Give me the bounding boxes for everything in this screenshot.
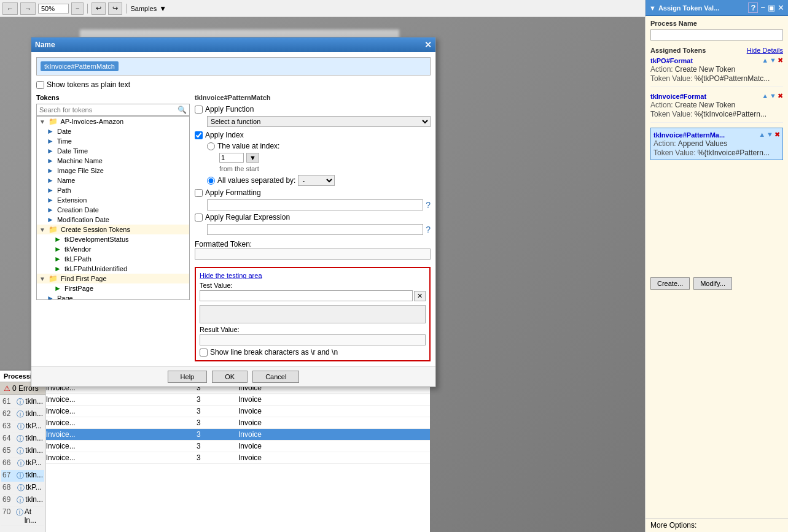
- tree-item-page[interactable]: ► Page: [37, 293, 189, 300]
- value-at-index-radio[interactable]: [207, 142, 215, 150]
- token-search-input[interactable]: [39, 106, 177, 114]
- tree-item-tkdev[interactable]: ► tkDevelopmentStatus: [37, 234, 189, 244]
- proc-num-69: 69: [2, 495, 15, 506]
- index-value-input[interactable]: 1: [219, 153, 244, 163]
- tree-item-create-session[interactable]: ▼ 📁 Create Session Tokens: [37, 225, 189, 234]
- separator-select[interactable]: -: [298, 175, 335, 186]
- redo-button[interactable]: ↪: [108, 2, 122, 15]
- delete-icon-0[interactable]: ✖: [778, 56, 783, 64]
- token-entry-0: tkPO#Format ▲ ▼ ✖ Action: Create New Tok…: [650, 56, 783, 87]
- tree-item-date[interactable]: ► Date: [37, 126, 189, 136]
- close-right-icon[interactable]: ✕: [778, 3, 784, 12]
- forward-button[interactable]: →: [20, 2, 36, 15]
- proc-row-69[interactable]: 69 ⓘ tkln...: [1, 495, 44, 507]
- tree-item-extension[interactable]: ► Extension: [37, 195, 189, 205]
- move-down-icon-0[interactable]: ▼: [770, 56, 776, 64]
- index-increment-button[interactable]: ▼: [246, 153, 259, 163]
- apply-index-checkbox[interactable]: [195, 131, 203, 139]
- test-result-area: [200, 305, 426, 323]
- proc-row-66[interactable]: 66 ⓘ tkP...: [1, 458, 44, 470]
- list-row-6[interactable]: voice (Date)-Invoice...3Invoice: [0, 452, 430, 464]
- tree-item-firstpage[interactable]: ► FirstPage: [37, 283, 189, 293]
- proc-row-70[interactable]: 70 ⓘ At ln...: [1, 507, 44, 526]
- proc-row-67-selected[interactable]: 67 ⓘ tkln...: [1, 470, 44, 482]
- proc-row-63[interactable]: 63 ⓘ tkP...: [1, 421, 44, 433]
- test-clear-button[interactable]: ✕: [414, 291, 426, 301]
- proc-row-62[interactable]: 62 ⓘ tkln...: [1, 409, 44, 421]
- more-options-row: More Options:: [646, 518, 788, 532]
- token-input-area[interactable]: tkInvoice#PatternMatch: [36, 57, 431, 75]
- token-options-column: tkInvoice#PatternMatch Apply Function Se…: [195, 94, 431, 361]
- apply-formatting-checkbox[interactable]: [195, 189, 203, 197]
- tree-item-time[interactable]: ► Time: [37, 136, 189, 146]
- list-row-5[interactable]: voice (Date)-Invoice...3Invoice: [0, 441, 430, 452]
- proc-row-61[interactable]: 61 ⓘ tkln...: [1, 396, 44, 409]
- move-up-icon-2[interactable]: ▲: [759, 131, 765, 139]
- tree-item-find-first[interactable]: ▼ 📁 Find First Page: [37, 274, 189, 283]
- token-value-key-2: Token Value:: [653, 148, 696, 157]
- apply-function-checkbox[interactable]: [195, 106, 203, 114]
- all-values-radio[interactable]: [207, 177, 215, 185]
- list-row-1[interactable]: voice (Date)-Invoice...3Invoice: [0, 394, 430, 406]
- list-cell-docclass: Invoice: [238, 395, 426, 404]
- tree-item-ap-invoices[interactable]: ▼ 📁 AP-Invoices-Amazon: [37, 117, 189, 126]
- token-entry-2-selected[interactable]: tkInvoice#PatternMa... ▲ ▼ ✖ Action: App…: [650, 128, 783, 160]
- tree-item-path[interactable]: ► Path: [37, 185, 189, 195]
- list-row-2[interactable]: voice (Date)-Invoice...3Invoice: [0, 406, 430, 417]
- result-value-input[interactable]: TYC2; 96TE; 5RT5: [200, 334, 426, 345]
- tree-item-creationdate[interactable]: ► Creation Date: [37, 205, 189, 215]
- formatted-token-input[interactable]: %{tkInvoice#PatternMatch}#[-]{#}: [195, 249, 431, 260]
- create-button[interactable]: Create...: [650, 277, 690, 290]
- tree-item-datetime[interactable]: ► Date Time: [37, 146, 189, 156]
- samples-dropdown[interactable]: Samples: [130, 5, 157, 12]
- info-icon-61: ⓘ: [17, 397, 24, 407]
- process-name-section: Process Name Assign Token Value: [646, 16, 788, 44]
- regex-input[interactable]: [207, 224, 423, 235]
- ok-button[interactable]: OK: [212, 371, 248, 383]
- zoom-input[interactable]: 50%: [38, 4, 69, 13]
- tree-item-tklfpathunid[interactable]: ► tkLFPathUnidentified: [37, 264, 189, 274]
- apply-regex-checkbox[interactable]: [195, 214, 203, 222]
- tree-item-tklfpath[interactable]: ► tkLFPath: [37, 254, 189, 264]
- token-search-box[interactable]: 🔍: [36, 104, 190, 116]
- help-button[interactable]: Help: [168, 371, 208, 383]
- tree-item-name[interactable]: ► Name: [37, 175, 189, 185]
- move-down-icon-1[interactable]: ▼: [770, 92, 776, 100]
- proc-row-68[interactable]: 68 ⓘ tkP...: [1, 482, 44, 495]
- list-row-3[interactable]: voice (Date)-Invoice...3Invoice: [0, 417, 430, 429]
- proc-row-65[interactable]: 65 ⓘ tkln...: [1, 445, 44, 458]
- regex-help-icon[interactable]: ?: [426, 225, 431, 234]
- zoom-down-button[interactable]: −: [71, 2, 84, 15]
- help-icon[interactable]: ?: [748, 2, 758, 13]
- list-row-4-selected[interactable]: voice (Date)-Invoice...3Invoice: [0, 429, 430, 441]
- proc-row-64[interactable]: 64 ⓘ tkln...: [1, 433, 44, 445]
- delete-icon-2[interactable]: ✖: [774, 131, 780, 139]
- modify-button[interactable]: Modify...: [693, 277, 732, 290]
- cancel-button[interactable]: Cancel: [252, 371, 299, 383]
- tree-item-tkvendor[interactable]: ► tkVendor: [37, 244, 189, 254]
- float-icon[interactable]: ▣: [768, 3, 775, 12]
- tree-item-machinename[interactable]: ► Machine Name: [37, 156, 189, 166]
- formatting-input[interactable]: [207, 199, 423, 210]
- move-up-icon-1[interactable]: ▲: [762, 92, 768, 100]
- proc-msg-65: tkln...: [25, 446, 43, 457]
- formatting-help-icon[interactable]: ?: [426, 200, 431, 210]
- hide-testing-link[interactable]: Hide the testing area: [200, 272, 426, 279]
- right-panel-title: Assign Token Val...: [658, 4, 719, 12]
- dialog-close-button[interactable]: ✕: [424, 40, 432, 50]
- move-up-icon-0[interactable]: ▲: [762, 56, 768, 64]
- tree-item-moddate[interactable]: ► Modification Date: [37, 215, 189, 225]
- back-button[interactable]: ←: [2, 2, 18, 15]
- undo-button[interactable]: ↩: [92, 2, 106, 15]
- show-linebreak-checkbox[interactable]: [200, 349, 208, 357]
- tree-item-imagefilesize[interactable]: ► Image File Size: [37, 166, 189, 175]
- leaf-green-icon2: ►: [54, 284, 61, 293]
- process-name-input[interactable]: Assign Token Value: [650, 29, 783, 40]
- delete-icon-1[interactable]: ✖: [778, 92, 783, 100]
- move-down-icon-2[interactable]: ▼: [767, 131, 773, 139]
- test-value-input[interactable]: TYC2; 96TE; 5RT5: [200, 290, 413, 301]
- hide-details-link[interactable]: Hide Details: [747, 47, 783, 54]
- function-select[interactable]: Select a function: [207, 116, 431, 127]
- show-tokens-checkbox[interactable]: [36, 81, 44, 89]
- minimize-icon[interactable]: −: [760, 3, 765, 12]
